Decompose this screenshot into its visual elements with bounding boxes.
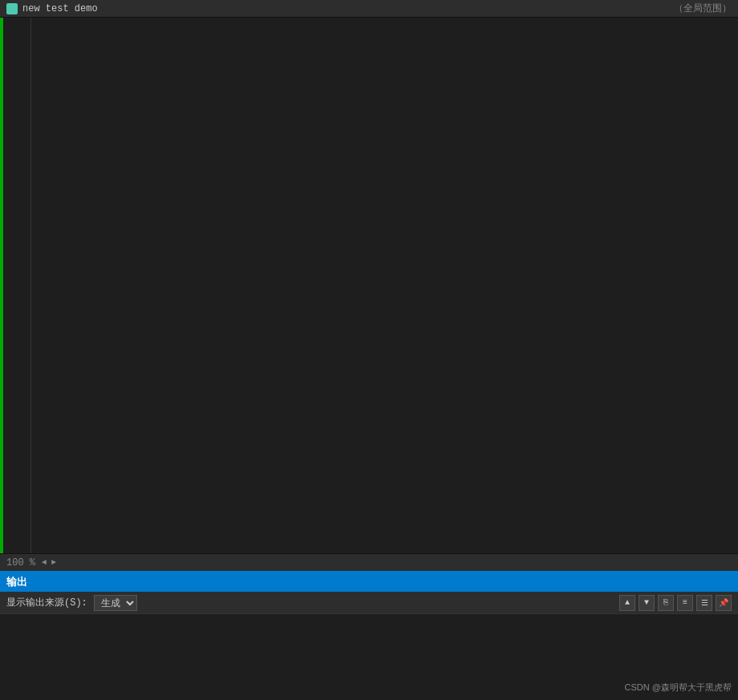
output-content	[0, 614, 738, 621]
toolbar-btn-up[interactable]: ▲	[619, 595, 635, 611]
toolbar-btn-filter[interactable]: ☰	[696, 595, 712, 611]
toolbar-btn-pin[interactable]: 📌	[716, 595, 732, 611]
zoom-level: 100 %	[6, 557, 35, 568]
scope-text: （全局范围）	[674, 2, 732, 15]
toolbar-btn-copy[interactable]: ⎘	[658, 595, 674, 611]
scroll-left-arrow[interactable]: ◄	[42, 558, 47, 567]
output-title: 输出	[6, 575, 27, 589]
title-text: new test demo	[22, 3, 674, 14]
scroll-right-arrow[interactable]: ►	[51, 558, 56, 567]
code-area[interactable]	[31, 18, 738, 553]
zoom-bar: 100 % ◄ ►	[0, 553, 738, 571]
toolbar-btn-down[interactable]: ▼	[639, 595, 655, 611]
toolbar-btn-clear[interactable]: ≡	[677, 595, 693, 611]
output-panel: 输出 显示输出来源(S): 生成 ▲ ▼ ⎘ ≡ ☰ 📌	[0, 571, 738, 699]
output-source-select[interactable]: 生成	[94, 595, 137, 611]
title-bar: new test demo （全局范围）	[0, 0, 738, 18]
scrollbar-area[interactable]: ◄ ►	[42, 558, 56, 567]
line-gutter	[3, 18, 31, 553]
editor-container	[0, 18, 738, 553]
watermark: CSDN @森明帮大于黑虎帮	[625, 682, 732, 694]
output-header: 输出	[0, 573, 738, 592]
file-icon	[6, 3, 18, 14]
output-source-label: 显示输出来源(S):	[6, 596, 87, 609]
output-toolbar: 显示输出来源(S): 生成 ▲ ▼ ⎘ ≡ ☰ 📌	[0, 592, 738, 614]
